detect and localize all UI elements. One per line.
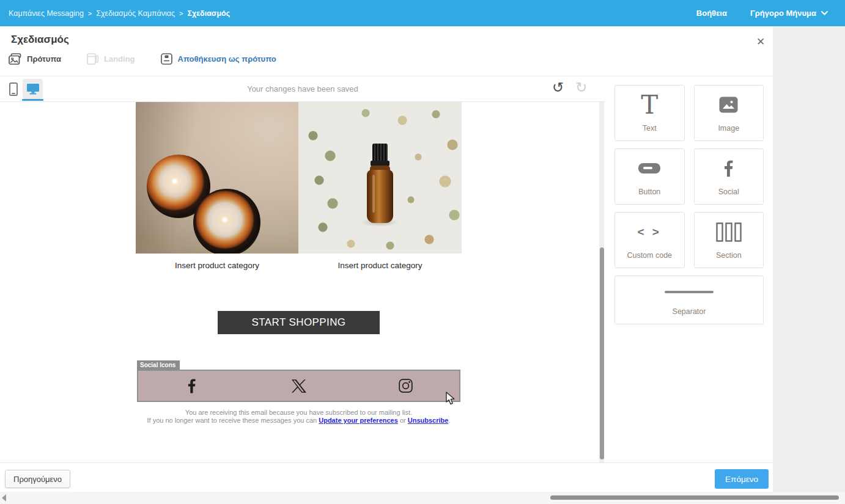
topbar-right: Βοήθεια Γρήγορο Μήνυμα [696, 9, 828, 18]
save-template-icon [161, 53, 172, 65]
design-modal: Σχεδιασμός ✕ Πρότυπα [0, 26, 773, 492]
landing-label: Landing [104, 54, 135, 64]
bottom-bar: Προηγούμενο Επόμενο [0, 462, 773, 492]
footer-or: or [398, 417, 408, 424]
desktop-view-icon[interactable] [23, 79, 43, 99]
section-icon [716, 222, 742, 242]
screen: Καμπάνιες Messaging > Σχεδιασμός Καμπάνι… [0, 0, 845, 504]
monitor-icon [26, 83, 40, 95]
quick-message-menu[interactable]: Γρήγορο Μήνυμα [750, 9, 828, 18]
breadcrumb-current-design: Σχεδιασμός [187, 9, 230, 18]
breadcrumb-messaging-campaigns[interactable]: Καμπάνιες Messaging [9, 9, 84, 18]
breadcrumb-separator: > [179, 10, 183, 17]
modal-header: Σχεδιασμός ✕ Πρότυπα [0, 26, 773, 76]
next-button[interactable]: Επόμενο [715, 469, 769, 489]
redo-icon[interactable]: ↻ [575, 79, 587, 96]
undo-icon[interactable]: ↺ [552, 79, 564, 96]
product-category-text-right[interactable]: Insert product category [298, 261, 462, 270]
block-card-text[interactable]: T Text [614, 85, 685, 141]
button-icon [638, 163, 660, 173]
templates-icon [9, 53, 21, 65]
social-block: Social Icons [137, 359, 460, 402]
footer-line2: If you no longer want to receive these m… [136, 417, 462, 425]
canvas-toolbar: Your changes have been saved ↺ ↻ [0, 76, 605, 102]
block-label: Section [716, 251, 742, 260]
x-twitter-icon[interactable] [245, 371, 352, 401]
custom-code-icon: < > [638, 225, 662, 239]
bottle-image-element [372, 144, 388, 162]
product-image-candles[interactable] [136, 102, 298, 254]
caption-row: Insert product category Insert product c… [136, 261, 462, 270]
landing-icon [87, 53, 98, 65]
close-icon[interactable]: ✕ [753, 34, 769, 49]
blocks-panel: T Text Image Button [605, 76, 773, 462]
block-label: Text [643, 124, 657, 133]
breadcrumb-campaign-design[interactable]: Σχεδιασμός Καμπάνιας [96, 9, 175, 18]
block-card-image[interactable]: Image [694, 85, 764, 141]
block-card-section[interactable]: Section [694, 212, 764, 268]
block-label: Image [718, 124, 739, 133]
landing-button[interactable]: Landing [87, 53, 135, 65]
scroll-left-arrow-icon[interactable] [2, 494, 6, 502]
block-card-button[interactable]: Button [614, 148, 685, 205]
cta-row: START SHOPPING [136, 311, 462, 334]
templates-label: Πρότυπα [27, 54, 61, 64]
save-as-template-button[interactable]: Αποθήκευση ως πρότυπο [161, 53, 276, 65]
previous-button[interactable]: Προηγούμενο [5, 470, 70, 488]
facebook-block-icon [724, 160, 733, 177]
chevron-down-icon [821, 11, 828, 15]
footer-line2-prefix: If you no longer want to receive these m… [147, 417, 319, 424]
breadcrumb-separator: > [88, 10, 92, 17]
text-icon: T [641, 92, 658, 118]
product-category-text-left[interactable]: Insert product category [136, 261, 298, 270]
horizontal-scrollbar-thumb[interactable] [550, 495, 839, 500]
social-icons-tag: Social Icons [137, 360, 180, 370]
separator-icon [665, 291, 714, 293]
save-status-text: Your changes have been saved [0, 84, 605, 93]
vertical-scrollbar-thumb[interactable] [600, 247, 604, 459]
blocks-grid: T Text Image Button [614, 85, 764, 324]
page-title: Σχεδιασμός [11, 34, 69, 46]
mobile-view-icon[interactable] [9, 82, 18, 96]
unsubscribe-link[interactable]: Unsubscribe [408, 417, 449, 424]
topbar: Καμπάνιες Messaging > Σχεδιασμός Καμπάνι… [0, 0, 845, 26]
image-icon [719, 97, 738, 113]
quick-message-label: Γρήγορο Μήνυμα [750, 9, 816, 18]
update-preferences-link[interactable]: Update your preferences [319, 417, 398, 424]
block-card-custom-code[interactable]: < > Custom code [614, 212, 685, 268]
email-footer-text: You are receiving this email because you… [136, 409, 462, 425]
block-card-separator[interactable]: Separator [614, 276, 764, 324]
facebook-icon[interactable] [138, 371, 245, 401]
block-card-social[interactable]: Social [694, 148, 764, 205]
canvas-vertical-scrollbar[interactable] [599, 102, 604, 462]
save-as-template-label: Αποθήκευση ως πρότυπο [178, 54, 276, 64]
templates-button[interactable]: Πρότυπα [9, 53, 61, 65]
instagram-icon[interactable] [352, 371, 459, 401]
block-label: Custom code [627, 251, 672, 260]
bottle-image-element [367, 170, 393, 223]
product-images-row [136, 102, 462, 254]
email-canvas: Insert product category Insert product c… [0, 102, 599, 462]
start-shopping-button[interactable]: START SHOPPING [218, 311, 380, 334]
block-label: Social [718, 188, 739, 196]
header-actions: Πρότυπα Landing Αποθήκ [9, 53, 276, 65]
social-icons-section[interactable] [137, 370, 460, 402]
block-label: Button [638, 188, 660, 196]
candle-image-element [193, 189, 260, 254]
footer-line1: You are receiving this email because you… [136, 409, 462, 417]
breadcrumb: Καμπάνιες Messaging > Σχεδιασμός Καμπάνι… [9, 9, 230, 18]
footer-period: . [448, 417, 450, 424]
email-preview: Insert product category Insert product c… [136, 102, 462, 425]
block-label: Separator [673, 307, 706, 316]
help-link[interactable]: Βοήθεια [696, 9, 727, 18]
product-image-bottle[interactable] [298, 102, 462, 254]
horizontal-scrollbar[interactable] [0, 492, 845, 504]
